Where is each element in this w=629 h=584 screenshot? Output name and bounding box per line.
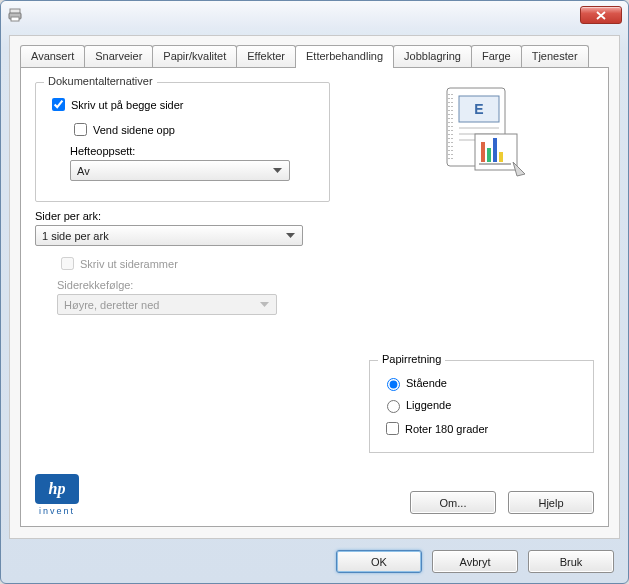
tab-job-storage[interactable]: Jobblagring (393, 45, 472, 68)
booklet-label: Hefteoppsett: (70, 145, 135, 157)
hp-logo: hp invent (35, 474, 79, 516)
flip-row: Vend sidene opp (70, 120, 317, 139)
ok-button[interactable]: OK (336, 550, 422, 573)
tab-panel-finishing: Dokumentalternativer Skriv ut på begge s… (20, 67, 609, 527)
svg-rect-2 (11, 17, 19, 21)
printer-icon (7, 7, 23, 23)
booklet-select[interactable]: Av (70, 160, 290, 181)
flip-pages-checkbox[interactable] (74, 123, 87, 136)
chevron-down-icon (269, 163, 285, 179)
pages-per-sheet-select[interactable]: 1 side per ark (35, 225, 303, 246)
pages-per-sheet-value: 1 side per ark (42, 230, 109, 242)
about-button[interactable]: Om... (410, 491, 496, 514)
duplex-row: Skriv ut på begge sider (48, 95, 317, 114)
tab-finishing[interactable]: Etterbehandling (295, 45, 394, 68)
left-column: Dokumentalternativer Skriv ut på begge s… (35, 82, 330, 315)
duplex-checkbox[interactable] (52, 98, 65, 111)
chevron-down-icon (256, 297, 272, 313)
dialog-window: Avansert Snarveier Papir/kvalitet Effekt… (0, 0, 629, 584)
svg-rect-14 (493, 138, 497, 162)
orientation-legend: Papirretning (378, 353, 445, 365)
page-order-select: Høyre, deretter ned (57, 294, 277, 315)
tab-advanced[interactable]: Avansert (20, 45, 85, 68)
hp-logo-mark: hp (35, 474, 79, 504)
svg-rect-15 (499, 152, 503, 162)
page-order-value: Høyre, deretter ned (64, 299, 159, 311)
help-button[interactable]: Hjelp (508, 491, 594, 514)
tab-effects[interactable]: Effekter (236, 45, 296, 68)
apply-button[interactable]: Bruk (528, 550, 614, 573)
tab-strip: Avansert Snarveier Papir/kvalitet Effekt… (20, 45, 609, 68)
portrait-radio[interactable] (387, 378, 400, 391)
dialog-buttons: OK Avbryt Bruk (336, 550, 614, 573)
content-area: Avansert Snarveier Papir/kvalitet Effekt… (9, 35, 620, 539)
hp-logo-sub: invent (39, 506, 75, 516)
document-options-legend: Dokumentalternativer (44, 75, 157, 87)
tab-color[interactable]: Farge (471, 45, 522, 68)
rotate-180-label: Roter 180 grader (405, 423, 488, 435)
close-icon (596, 11, 606, 20)
titlebar (1, 1, 628, 29)
window-close-button[interactable] (580, 6, 622, 24)
cancel-button[interactable]: Avbryt (432, 550, 518, 573)
rotate-180-checkbox[interactable] (386, 422, 399, 435)
svg-text:E: E (474, 101, 483, 117)
duplex-label: Skriv ut på begge sider (71, 99, 184, 111)
page-order-label: Siderekkefølge: (57, 279, 133, 291)
preview-booklet-icon: E (439, 82, 519, 184)
page-borders-checkbox (61, 257, 74, 270)
tab-services[interactable]: Tjenester (521, 45, 589, 68)
preview-area: E (364, 82, 594, 342)
panel-buttons: Om... Hjelp (410, 491, 594, 514)
page-borders-label: Skriv ut siderammer (80, 258, 178, 270)
portrait-label: Stående (406, 377, 447, 389)
tab-shortcuts[interactable]: Snarveier (84, 45, 153, 68)
tab-paper-quality[interactable]: Papir/kvalitet (152, 45, 237, 68)
pages-per-sheet-label: Sider per ark: (35, 210, 101, 222)
orientation-group: Papirretning Stående Liggende Roter 180 … (369, 360, 594, 453)
svg-rect-12 (481, 142, 485, 162)
chevron-down-icon (282, 228, 298, 244)
svg-rect-13 (487, 148, 491, 162)
flip-pages-label: Vend sidene opp (93, 124, 175, 136)
booklet-select-value: Av (77, 165, 90, 177)
document-options-group: Dokumentalternativer Skriv ut på begge s… (35, 82, 330, 202)
landscape-radio[interactable] (387, 400, 400, 413)
landscape-label: Liggende (406, 399, 451, 411)
